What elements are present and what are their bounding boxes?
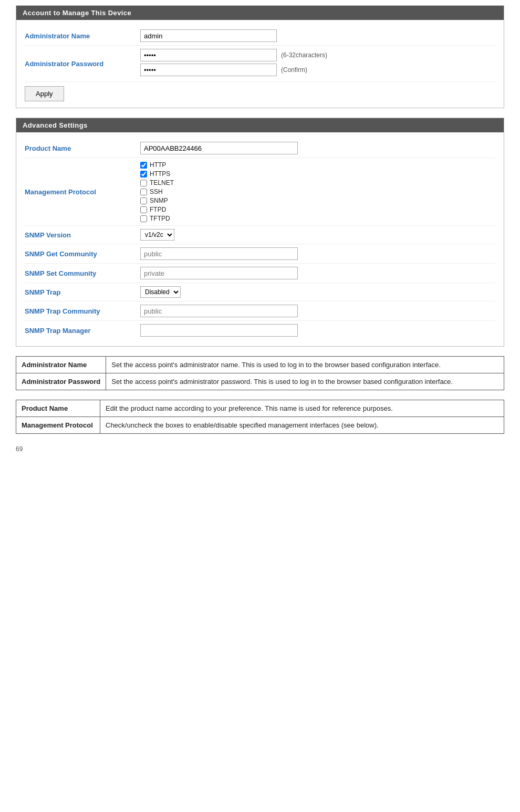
desc-row-product-name: Product Name Edit the product name accor…	[16, 400, 504, 417]
desc-text-admin-password: Set the access point's administrator pas…	[106, 373, 504, 390]
apply-button[interactable]: Apply	[25, 86, 64, 101]
desc-table-1: Administrator Name Set the access point'…	[16, 356, 504, 390]
snmp-trap-manager-row: SNMP Trap Manager	[25, 321, 495, 340]
account-panel: Account to Manage This Device Administra…	[16, 5, 504, 108]
snmp-trap-row: SNMP Trap Disabled Enabled	[25, 283, 495, 301]
desc-table-2: Product Name Edit the product name accor…	[16, 400, 504, 434]
telnet-checkbox[interactable]	[140, 180, 147, 186]
tftpd-checkbox[interactable]	[140, 215, 147, 222]
confirm-row: (Confirm)	[140, 64, 495, 76]
desc-term-management-protocol: Management Protocol	[16, 417, 100, 434]
protocol-http[interactable]: HTTP	[140, 161, 495, 169]
snmp-trap-manager-input[interactable]	[140, 324, 298, 337]
admin-name-input[interactable]	[140, 29, 277, 42]
snmp-trap-select[interactable]: Disabled Enabled	[140, 286, 181, 298]
product-name-label: Product Name	[25, 144, 140, 152]
admin-password-control: (6-32characters) (Confirm)	[140, 49, 495, 78]
desc-text-product-name: Edit the product name according to your …	[100, 400, 504, 417]
snmp-get-control	[140, 247, 495, 260]
snmp-checkbox[interactable]	[140, 197, 147, 204]
snmp-trap-community-control	[140, 305, 495, 317]
admin-name-row: Administrator Name	[25, 26, 495, 46]
advanced-panel: Advanced Settings Product Name Managemen…	[16, 118, 504, 347]
desc-text-admin-name: Set the access point's administrator nam…	[106, 357, 504, 373]
snmp-trap-label: SNMP Trap	[25, 288, 140, 296]
desc-row-admin-name: Administrator Name Set the access point'…	[16, 357, 504, 373]
protocol-tftpd[interactable]: TFTPD	[140, 215, 495, 222]
snmp-version-label: SNMP Version	[25, 231, 140, 239]
protocol-ftpd[interactable]: FTPD	[140, 206, 495, 213]
management-protocol-row: Management Protocol HTTP HTTPS TELNET	[25, 158, 495, 226]
snmp-get-input[interactable]	[140, 247, 298, 260]
protocol-telnet[interactable]: TELNET	[140, 179, 495, 186]
desc-term-admin-password: Administrator Password	[16, 373, 106, 390]
page-number: 69	[16, 443, 504, 453]
desc-term-admin-name: Administrator Name	[16, 357, 106, 373]
management-protocol-label: Management Protocol	[25, 188, 140, 196]
http-checkbox[interactable]	[140, 162, 147, 169]
admin-name-control	[140, 29, 495, 42]
snmp-version-row: SNMP Version v1/v2c v3	[25, 226, 495, 244]
desc-row-admin-password: Administrator Password Set the access po…	[16, 373, 504, 390]
desc-text-management-protocol: Check/uncheck the boxes to enable/disabl…	[100, 417, 504, 434]
snmp-set-control	[140, 267, 495, 279]
product-name-input[interactable]	[140, 142, 298, 154]
password-hint: (6-32characters)	[281, 51, 327, 59]
snmp-set-input[interactable]	[140, 267, 298, 279]
ssh-checkbox[interactable]	[140, 189, 147, 195]
advanced-panel-header: Advanced Settings	[16, 118, 504, 132]
protocol-https[interactable]: HTTPS	[140, 170, 495, 178]
account-panel-header: Account to Manage This Device	[16, 6, 504, 20]
desc-term-product-name: Product Name	[16, 400, 100, 417]
https-checkbox[interactable]	[140, 171, 147, 178]
snmp-get-row: SNMP Get Community	[25, 244, 495, 264]
snmp-version-control: v1/v2c v3	[140, 229, 495, 241]
ftpd-checkbox[interactable]	[140, 206, 147, 213]
protocol-ssh[interactable]: SSH	[140, 188, 495, 195]
snmp-trap-community-input[interactable]	[140, 305, 298, 317]
management-protocol-control: HTTP HTTPS TELNET SSH SNMP	[140, 161, 495, 222]
snmp-trap-manager-label: SNMP Trap Manager	[25, 327, 140, 335]
snmp-set-row: SNMP Set Community	[25, 264, 495, 283]
snmp-set-label: SNMP Set Community	[25, 269, 140, 277]
product-name-row: Product Name	[25, 139, 495, 158]
confirm-input[interactable]	[140, 64, 277, 76]
protocol-checkbox-group: HTTP HTTPS TELNET SSH SNMP	[140, 161, 495, 222]
snmp-trap-manager-control	[140, 324, 495, 337]
product-name-control	[140, 142, 495, 154]
snmp-get-label: SNMP Get Community	[25, 250, 140, 258]
protocol-snmp[interactable]: SNMP	[140, 197, 495, 204]
confirm-hint: (Confirm)	[281, 66, 307, 74]
password-input[interactable]	[140, 49, 277, 61]
admin-password-row: Administrator Password (6-32characters) …	[25, 46, 495, 82]
snmp-version-select[interactable]: v1/v2c v3	[140, 229, 174, 241]
desc-row-management-protocol: Management Protocol Check/uncheck the bo…	[16, 417, 504, 434]
snmp-trap-community-row: SNMP Trap Community	[25, 301, 495, 321]
password-row: (6-32characters)	[140, 49, 495, 61]
snmp-trap-community-label: SNMP Trap Community	[25, 307, 140, 315]
admin-password-label: Administrator Password	[25, 60, 140, 68]
admin-name-label: Administrator Name	[25, 32, 140, 40]
snmp-trap-control: Disabled Enabled	[140, 286, 495, 298]
